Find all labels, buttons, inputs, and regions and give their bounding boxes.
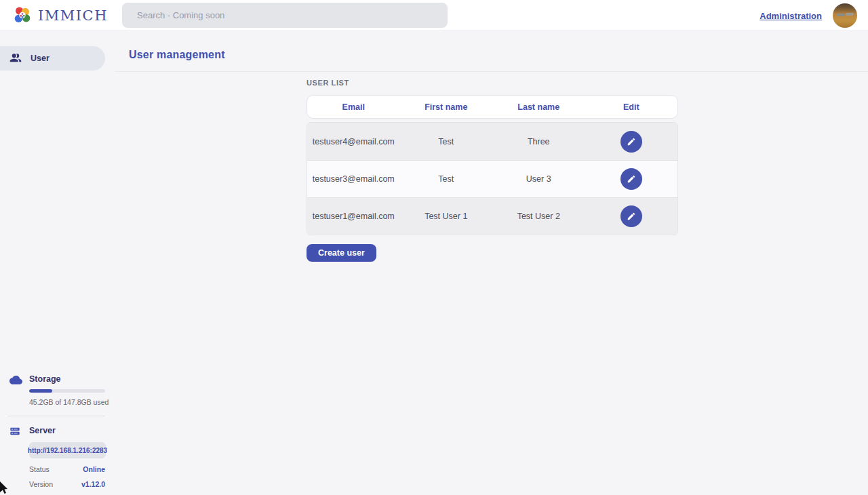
cell-last-name: Three [492, 137, 585, 146]
search-input[interactable] [122, 3, 448, 28]
users-icon [9, 52, 22, 64]
edit-user-button[interactable] [620, 131, 642, 153]
sidebar-item-user[interactable]: User [0, 46, 105, 71]
sidebar-item-user-label: User [31, 54, 50, 63]
cell-email: testuser4@email.com [307, 137, 400, 146]
column-header-edit: Edit [585, 102, 678, 112]
server-title: Server [29, 426, 106, 435]
cell-first-name: Test User 1 [400, 212, 493, 221]
storage-progress-bar [29, 389, 105, 393]
cell-first-name: Test [400, 174, 493, 184]
pencil-icon [627, 174, 636, 184]
table-row: testuser3@email.com Test User 3 [307, 160, 677, 197]
brand-name: IMMICH [38, 7, 108, 24]
server-icon [0, 426, 29, 437]
sidebar-divider [7, 416, 105, 416]
server-url: http://192.168.1.216:2283 [28, 447, 107, 454]
storage-progress-fill [29, 389, 52, 393]
immich-logo-icon [12, 5, 33, 26]
pencil-icon [627, 137, 636, 146]
cell-first-name: Test [400, 137, 493, 146]
column-header-email: Email [307, 102, 400, 112]
title-divider [115, 71, 868, 72]
storage-usage-text: 45.2GB of 147.8GB used [29, 398, 108, 406]
server-version-row: Version v1.12.0 [29, 480, 105, 488]
search-bar[interactable] [122, 3, 448, 28]
edit-user-button[interactable] [620, 205, 642, 227]
edit-user-button[interactable] [620, 168, 642, 190]
version-label: Version [29, 480, 53, 488]
topbar: IMMICH Administration [0, 0, 868, 31]
storage-section: Storage 45.2GB of 147.8GB used [0, 374, 115, 406]
user-list-label: USER LIST [307, 79, 678, 87]
version-value: v1.12.0 [81, 480, 105, 488]
cell-email: testuser3@email.com [307, 174, 400, 184]
storage-title: Storage [29, 374, 108, 384]
cloud-icon [0, 374, 29, 384]
table-row: testuser1@email.com Test User 1 Test Use… [307, 197, 677, 235]
server-section: Server http://192.168.1.216:2283 Status … [0, 426, 115, 488]
administration-link[interactable]: Administration [760, 11, 822, 21]
column-header-last-name: Last name [492, 102, 585, 112]
user-table-header: Email First name Last name Edit [307, 95, 678, 119]
pencil-icon [627, 212, 636, 221]
server-url-pill: http://192.168.1.216:2283 [29, 442, 106, 458]
status-label: Status [29, 465, 50, 473]
brand[interactable]: IMMICH [12, 5, 108, 26]
column-header-first-name: First name [400, 102, 493, 112]
page-title: User management [129, 49, 868, 61]
table-row: testuser4@email.com Test Three [307, 123, 677, 160]
create-user-button[interactable]: Create user [307, 244, 376, 262]
user-avatar[interactable] [833, 3, 857, 28]
user-table-body: testuser4@email.com Test Three testuser3… [307, 122, 678, 235]
sidebar: User Storage 45.2GB of 147.8GB used [0, 31, 115, 495]
cell-last-name: Test User 2 [492, 212, 585, 221]
cell-last-name: User 3 [492, 174, 585, 184]
cell-email: testuser1@email.com [307, 212, 400, 221]
server-status-row: Status Online [29, 465, 105, 473]
status-value: Online [83, 465, 105, 473]
main-content: User management USER LIST Email First na… [115, 31, 868, 495]
